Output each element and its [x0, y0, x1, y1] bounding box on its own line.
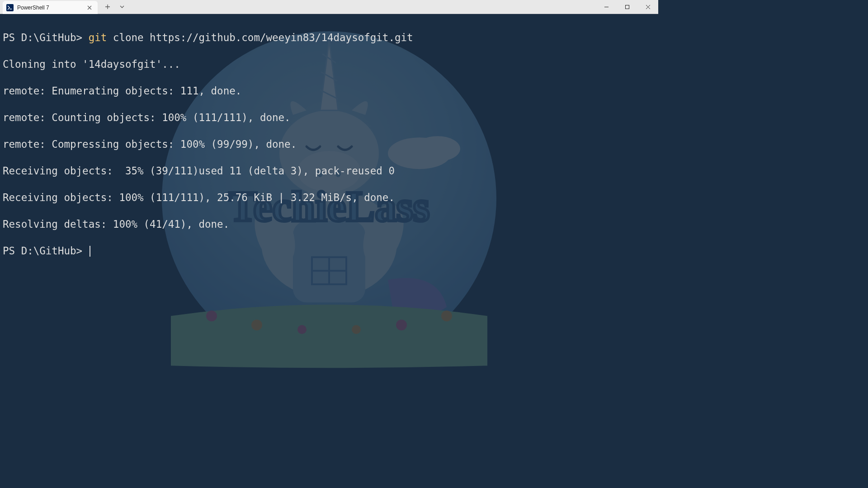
- tab-close-button[interactable]: [86, 4, 93, 11]
- minimize-button[interactable]: [596, 0, 617, 14]
- terminal-line: Cloning into '14daysofgit'...: [3, 58, 656, 71]
- terminal-area[interactable]: TechieLass PS D:\GitHub> git clone https…: [0, 14, 658, 369]
- terminal-content: PS D:\GitHub> git clone https://github.c…: [3, 18, 656, 284]
- svg-point-19: [396, 319, 407, 330]
- cursor: [90, 246, 90, 257]
- terminal-line: Receiving objects: 35% (39/111)used 11 (…: [3, 164, 656, 178]
- maximize-button[interactable]: [617, 0, 637, 14]
- terminal-line: PS D:\GitHub> git clone https://github.c…: [3, 31, 656, 45]
- terminal-line: Resolving deltas: 100% (41/41), done.: [3, 218, 656, 231]
- svg-point-20: [441, 310, 452, 321]
- svg-point-18: [352, 325, 361, 334]
- prompt: PS D:\GitHub>: [3, 32, 89, 43]
- tab-dropdown-button[interactable]: [116, 1, 128, 12]
- svg-point-15: [206, 310, 217, 321]
- close-button[interactable]: [637, 0, 658, 14]
- tab-powershell[interactable]: PowerShell 7: [3, 1, 98, 14]
- window-controls: [596, 0, 658, 14]
- terminal-line: Receiving objects: 100% (111/111), 25.76…: [3, 191, 656, 205]
- terminal-line: remote: Compressing objects: 100% (99/99…: [3, 138, 656, 151]
- tab-title: PowerShell 7: [17, 5, 82, 11]
- terminal-line: remote: Counting objects: 100% (111/111)…: [3, 111, 656, 125]
- titlebar: PowerShell 7: [0, 0, 658, 14]
- prompt: PS D:\GitHub>: [3, 245, 89, 257]
- powershell-icon: [6, 4, 14, 11]
- terminal-line: PS D:\GitHub>: [3, 244, 656, 258]
- tab-section: PowerShell 7: [0, 0, 128, 14]
- command-args: clone https://github.com/weeyin83/14days…: [107, 32, 413, 43]
- git-command: git: [89, 32, 107, 43]
- svg-point-17: [297, 325, 307, 334]
- tab-actions: [101, 1, 128, 12]
- new-tab-button[interactable]: [101, 1, 114, 12]
- svg-point-16: [251, 319, 262, 330]
- terminal-line: remote: Enumerating objects: 111, done.: [3, 84, 656, 98]
- svg-rect-0: [625, 5, 629, 9]
